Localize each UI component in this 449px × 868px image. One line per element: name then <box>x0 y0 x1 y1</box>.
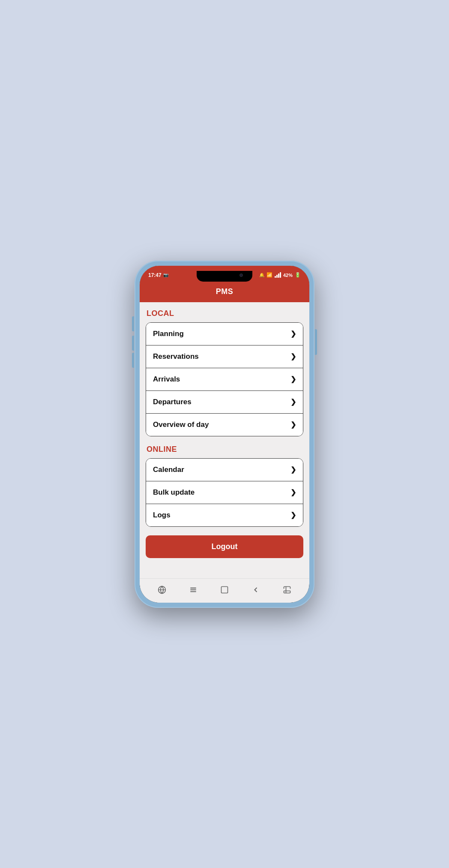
bulk-update-label: Bulk update <box>153 488 195 497</box>
menu-item-overview-of-day[interactable]: Overview of day ❯ <box>146 414 303 436</box>
alarm-icon: 🔔 <box>259 273 264 277</box>
menu-item-calendar[interactable]: Calendar ❯ <box>146 459 303 481</box>
overview-chevron: ❯ <box>290 420 296 429</box>
signal-bars <box>275 272 281 278</box>
status-bar-right: 🔔 📶 42% 🔋 <box>259 272 301 278</box>
bottom-nav-bar <box>140 578 309 603</box>
online-section-label: ONLINE <box>147 445 303 454</box>
main-content: LOCAL Planning ❯ Reservations ❯ Arrivals… <box>140 302 309 578</box>
globe-icon[interactable] <box>154 582 170 598</box>
reservations-chevron: ❯ <box>290 352 296 360</box>
screen: 17:47 📷 🔔 📶 42% 🔋 <box>140 266 309 603</box>
local-section-label: LOCAL <box>147 309 303 318</box>
menu-item-logs[interactable]: Logs ❯ <box>146 504 303 526</box>
arrivals-label: Arrivals <box>153 375 180 384</box>
svg-rect-5 <box>221 586 227 593</box>
front-camera <box>239 273 243 277</box>
battery-icon: 🔋 <box>295 272 301 278</box>
planning-label: Planning <box>153 330 184 338</box>
menu-item-arrivals[interactable]: Arrivals ❯ <box>146 368 303 391</box>
app-title: PMS <box>216 287 233 296</box>
logout-button[interactable]: Logout <box>146 535 303 558</box>
calendar-label: Calendar <box>153 466 184 474</box>
logs-chevron: ❯ <box>290 511 296 519</box>
phone-screen: 17:47 📷 🔔 📶 42% 🔋 <box>140 266 309 603</box>
overview-of-day-label: Overview of day <box>153 420 209 429</box>
notch <box>197 271 252 282</box>
battery-percentage: 42% <box>283 273 293 278</box>
menu-bars-icon[interactable] <box>186 582 201 598</box>
menu-item-bulk-update[interactable]: Bulk update ❯ <box>146 481 303 504</box>
logs-label: Logs <box>153 511 171 520</box>
menu-item-departures[interactable]: Departures ❯ <box>146 391 303 414</box>
app-header: PMS <box>140 283 309 302</box>
departures-label: Departures <box>153 398 192 406</box>
phone-frame: 17:47 📷 🔔 📶 42% 🔋 <box>135 261 314 608</box>
back-icon[interactable] <box>248 582 263 598</box>
planning-chevron: ❯ <box>290 330 296 338</box>
menu-item-planning[interactable]: Planning ❯ <box>146 323 303 345</box>
calendar-chevron: ❯ <box>290 466 296 474</box>
screenshot-icon[interactable] <box>279 582 295 598</box>
bulk-update-chevron: ❯ <box>290 488 296 496</box>
menu-item-reservations[interactable]: Reservations ❯ <box>146 345 303 368</box>
departures-chevron: ❯ <box>290 398 296 406</box>
camera-icon: 📷 <box>163 273 168 277</box>
time-display: 17:47 <box>148 272 162 278</box>
arrivals-chevron: ❯ <box>290 375 296 383</box>
online-menu-group: Calendar ❯ Bulk update ❯ Logs ❯ <box>146 458 303 527</box>
wifi-icon: 📶 <box>266 272 272 278</box>
reservations-label: Reservations <box>153 352 199 361</box>
local-menu-group: Planning ❯ Reservations ❯ Arrivals ❯ Dep… <box>146 322 303 436</box>
home-square-icon[interactable] <box>217 582 232 598</box>
status-bar-left: 17:47 📷 <box>148 272 168 278</box>
